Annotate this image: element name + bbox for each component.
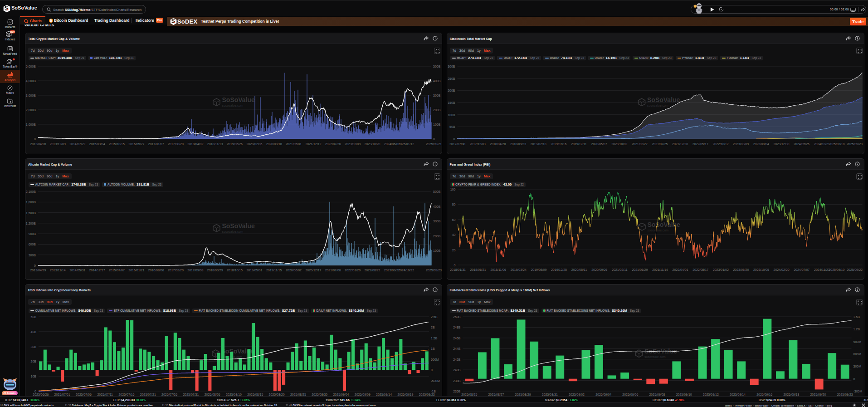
svg-text:sosovalue.com: sosovalue.com (222, 230, 244, 233)
svg-text:300B: 300B (433, 220, 441, 223)
svg-text:2025/08/25: 2025/08/25 (290, 393, 306, 396)
svg-text:2025/09/22: 2025/09/22 (846, 268, 862, 271)
svg-text:2024/05/26: 2024/05/26 (793, 142, 809, 146)
svg-text:100B: 100B (433, 123, 441, 126)
svg-text:1.2B: 1.2B (853, 328, 860, 331)
svg-text:242B: 242B (453, 358, 461, 361)
svg-text:2025/06/26: 2025/06/26 (33, 393, 49, 396)
svg-text:2025/07/21: 2025/07/21 (140, 393, 156, 396)
svg-text:sosovalue.com: sosovalue.com (222, 104, 244, 107)
svg-text:2025/08/10: 2025/08/10 (226, 393, 242, 396)
svg-text:-300M: -300M (853, 390, 862, 393)
svg-text:400B: 400B (433, 205, 441, 208)
svg-text:-500M: -500M (431, 379, 440, 382)
svg-text:2015/03/04: 2015/03/04 (89, 142, 105, 146)
svg-text:2020/05/11: 2020/05/11 (571, 268, 587, 271)
svg-text:2023/05/20: 2023/05/20 (733, 268, 749, 271)
svg-text:2022/05/17: 2022/05/17 (692, 142, 708, 146)
svg-text:2020/09/26: 2020/09/26 (591, 268, 607, 271)
svg-text:2019/08/09: 2019/08/09 (531, 268, 546, 271)
svg-text:2023/01/02: 2023/01/02 (712, 268, 728, 271)
svg-text:1,500B: 1,500B (26, 211, 36, 215)
svg-text:40: 40 (452, 233, 455, 236)
svg-text:sosovalue.com: sosovalue.com (644, 355, 666, 358)
svg-text:80: 80 (452, 203, 455, 206)
svg-text:2019/03/24: 2019/03/24 (510, 268, 526, 271)
svg-text:300B: 300B (433, 94, 441, 97)
svg-text:2025/08/31: 2025/08/31 (541, 393, 557, 396)
svg-text:2025/07/16: 2025/07/16 (118, 393, 134, 396)
svg-text:0: 0 (454, 264, 455, 267)
svg-text:2018/10/15: 2018/10/15 (227, 269, 243, 272)
svg-text:2025/08/20: 2025/08/20 (269, 393, 285, 396)
svg-text:2025/03/18: 2025/03/18 (829, 142, 844, 146)
svg-text:2018/03/29: 2018/03/29 (207, 269, 223, 272)
svg-text:2023/10/05: 2023/10/05 (753, 268, 769, 271)
svg-text:2014/07/22: 2014/07/22 (69, 142, 85, 146)
svg-text:2025/09/14: 2025/09/14 (729, 393, 745, 396)
svg-text:2020/09/18: 2020/09/18 (266, 142, 282, 146)
svg-text:2019/02/18: 2019/02/18 (530, 142, 546, 146)
svg-text:250B: 250B (448, 77, 455, 80)
svg-text:2023/03/09: 2023/03/09 (733, 142, 749, 146)
svg-text:1.5B: 1.5B (853, 315, 860, 319)
svg-text:-1B: -1B (431, 390, 436, 393)
svg-text:20B: 20B (31, 360, 37, 363)
svg-text:2013/04/28: 2013/04/28 (30, 142, 46, 146)
svg-text:2018/04/28: 2018/04/28 (490, 142, 506, 146)
svg-text:3,000B: 3,000B (26, 94, 36, 97)
svg-text:0: 0 (34, 264, 36, 267)
svg-text:2023/03/09: 2023/03/09 (345, 142, 361, 146)
svg-text:50B: 50B (449, 125, 455, 128)
svg-text:2025/07/26: 2025/07/26 (161, 393, 177, 396)
svg-text:2013/11/14: 2013/11/14 (50, 269, 66, 272)
svg-text:2025/04/10: 2025/04/10 (829, 268, 844, 271)
svg-text:240B: 240B (453, 368, 461, 372)
svg-text:200B: 200B (433, 108, 441, 112)
svg-text:0: 0 (34, 390, 36, 393)
svg-text:2019/12/11: 2019/12/11 (571, 142, 587, 146)
svg-text:2022/08/17: 2022/08/17 (692, 268, 708, 271)
svg-text:2025/09/19: 2025/09/19 (397, 393, 413, 396)
svg-text:2025/09/23: 2025/09/23 (419, 393, 435, 396)
svg-text:2025/09/23: 2025/09/23 (426, 269, 442, 272)
svg-text:2018/11/13: 2018/11/13 (207, 142, 223, 146)
svg-text:2020/10/02: 2020/10/02 (611, 142, 627, 146)
svg-text:2025/09/06: 2025/09/06 (622, 393, 638, 396)
svg-text:2025/08/30: 2025/08/30 (312, 393, 327, 396)
svg-text:Buy: Buy (10, 30, 15, 33)
svg-text:2013/04/29: 2013/04/29 (30, 269, 46, 272)
svg-text:60: 60 (452, 218, 455, 221)
svg-text:2017/02/20: 2017/02/20 (168, 269, 184, 272)
svg-text:2017/01/07: 2017/01/07 (148, 142, 164, 146)
svg-text:2014/05/31: 2014/05/31 (69, 269, 85, 272)
svg-text:2025/09/10: 2025/09/10 (676, 393, 692, 396)
svg-text:2023/08/04: 2023/08/04 (753, 142, 769, 146)
svg-text:2025/09/09: 2025/09/09 (355, 393, 371, 396)
svg-text:500B: 500B (433, 65, 441, 68)
svg-text:2B: 2B (431, 326, 435, 329)
svg-text:150B: 150B (448, 101, 455, 104)
svg-text:0: 0 (431, 368, 433, 372)
svg-text:2018/04/02: 2018/04/02 (187, 142, 203, 146)
svg-text:2025/08/05: 2025/08/05 (205, 393, 220, 396)
svg-text:2025/08/27: 2025/08/27 (488, 393, 504, 396)
svg-text:2022/07/26: 2022/07/26 (325, 142, 341, 146)
svg-text:2,100B: 2,100B (26, 190, 36, 193)
svg-text:1,000B: 1,000B (26, 123, 36, 126)
svg-text:2020/12/17: 2020/12/17 (305, 269, 321, 272)
svg-text:2025/07/11: 2025/07/11 (97, 393, 113, 396)
svg-text:2025/09/12: 2025/09/12 (702, 393, 718, 396)
svg-text:2023/09/22: 2023/09/22 (384, 269, 400, 272)
svg-text:50B: 50B (31, 315, 37, 319)
svg-text:2,000B: 2,000B (26, 108, 36, 112)
svg-text:2024/02/20: 2024/02/20 (773, 268, 789, 271)
svg-text:2025/08/15: 2025/08/15 (247, 393, 263, 396)
svg-text:SoSoValue: SoSoValue (222, 96, 255, 103)
svg-text:2025/09/23: 2025/09/23 (837, 393, 853, 396)
svg-text:40B: 40B (31, 330, 37, 333)
svg-text:2021/12/12: 2021/12/12 (305, 142, 321, 146)
svg-text:2025/09/18: 2025/09/18 (783, 393, 799, 396)
svg-text:100B: 100B (433, 249, 441, 252)
svg-text:250B: 250B (453, 315, 461, 319)
